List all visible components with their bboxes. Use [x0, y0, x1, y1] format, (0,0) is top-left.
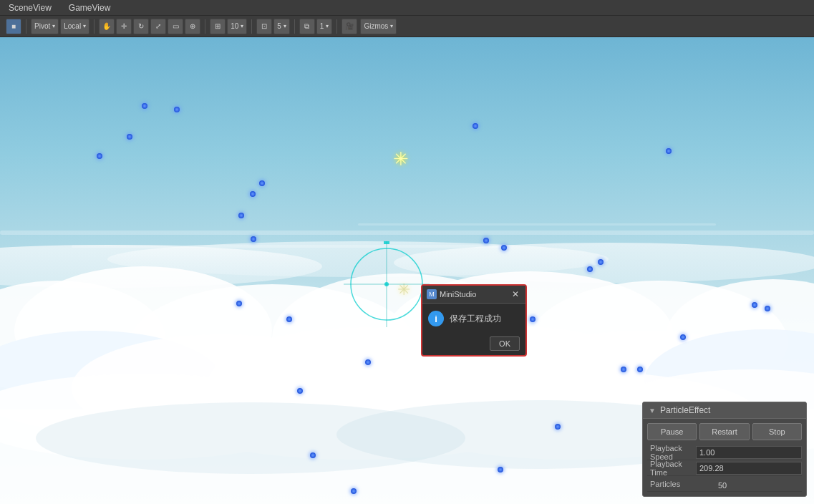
particle-dot: [473, 123, 478, 129]
depth-btn[interactable]: ⧉: [299, 19, 315, 34]
particle-dot: [238, 213, 244, 218]
particle-dot: [365, 359, 371, 365]
svg-point-30: [384, 282, 389, 286]
modal-footer: OK: [422, 334, 525, 355]
pivot-chevron: ▾: [52, 23, 55, 29]
particle-dot: [297, 388, 303, 394]
particle-dot: [174, 107, 180, 112]
separator-1: [26, 19, 26, 34]
particle-dot: [498, 467, 503, 472]
local-dropdown[interactable]: Local ▾: [60, 19, 89, 34]
particle-dot: [236, 301, 242, 306]
svg-point-3: [394, 243, 814, 283]
menu-sceneview[interactable]: SceneView: [6, 1, 54, 14]
modal-title-left: M MiniStudio: [427, 289, 476, 299]
depth-value-dropdown[interactable]: 1 ▾: [316, 19, 333, 34]
particle-dot: [666, 148, 672, 154]
separator-3: [205, 19, 205, 34]
particles-label: Particles: [647, 480, 715, 488]
particle-dot: [251, 236, 256, 242]
scale-value-dropdown[interactable]: 5 ▾: [273, 19, 290, 34]
modal-message: 保存工程成功: [450, 313, 501, 325]
particle-dot: [310, 452, 316, 458]
svg-rect-26: [358, 223, 716, 226]
modal-app-icon: M: [427, 289, 437, 299]
grid-btn[interactable]: ⊞: [210, 19, 226, 34]
particle-dot: [530, 316, 536, 322]
modal-dialog: M MiniStudio ✕ i 保存工程成功 OK: [421, 284, 527, 357]
separator-2: [94, 19, 95, 34]
modal-close-btn[interactable]: ✕: [510, 289, 521, 300]
scale-value: 5: [277, 22, 281, 30]
hand-tool-btn[interactable]: ✋: [99, 19, 115, 34]
scale-tool-btn[interactable]: ⤢: [150, 19, 166, 34]
particle-dot: [587, 266, 593, 272]
particle-dot: [483, 238, 489, 243]
transform-tool-btn[interactable]: ⊕: [185, 19, 200, 34]
rotate-tool-btn[interactable]: ↻: [133, 19, 149, 34]
depth-value: 1: [320, 22, 324, 30]
particle-dot: [142, 103, 147, 109]
particle-dot: [351, 488, 357, 494]
move-tool-btn[interactable]: ✛: [116, 19, 132, 34]
modal-title-bar: M MiniStudio ✕: [422, 286, 525, 304]
scale-chevron: ▾: [284, 23, 286, 29]
particle-dot: [637, 367, 643, 372]
camera-btn[interactable]: 🎥: [341, 19, 357, 34]
separator-5: [294, 19, 295, 34]
local-chevron: ▾: [83, 23, 86, 29]
modal-icon-label: M: [429, 291, 435, 298]
modal-title-text: MiniStudio: [440, 290, 476, 299]
pause-btn[interactable]: Pause: [647, 423, 697, 440]
particle-dot: [97, 153, 102, 159]
particle-dot: [621, 367, 626, 372]
particles-row: Particles 50: [647, 476, 802, 492]
particle-dot: [598, 259, 604, 265]
particle-properties: Playback Speed Playback Time Particles 5…: [643, 445, 806, 496]
separator-4: [251, 19, 252, 34]
stop-btn[interactable]: Stop: [752, 423, 802, 440]
select-tool-btn[interactable]: ■: [6, 19, 21, 34]
ok-button[interactable]: OK: [490, 336, 520, 351]
menu-bar: SceneView GameView: [0, 0, 814, 16]
playback-speed-input[interactable]: [696, 446, 802, 459]
particle-dot: [127, 134, 132, 140]
grid-value-dropdown[interactable]: 10 ▾: [227, 19, 247, 34]
pivot-dropdown[interactable]: Pivot ▾: [31, 19, 59, 34]
gizmos-dropdown[interactable]: Gizmos ▾: [360, 19, 397, 34]
grid-value: 10: [231, 22, 238, 30]
particle-dot: [765, 306, 770, 311]
playback-speed-row: Playback Speed: [647, 445, 802, 460]
particle-effect-panel: ▼ ParticleEffect Pause Restart Stop Play…: [642, 402, 807, 497]
playback-time-label: Playback Time: [647, 460, 696, 477]
grid-chevron: ▾: [241, 23, 243, 29]
sun-gizmo: ✳: [390, 148, 412, 170]
particle-dot: [250, 191, 256, 197]
playback-time-row: Playback Time: [647, 460, 802, 476]
modal-body: i 保存工程成功: [422, 304, 525, 334]
transform-gizmo: [344, 241, 430, 327]
svg-rect-31: [384, 241, 389, 244]
restart-btn[interactable]: Restart: [699, 423, 749, 440]
particle-dot: [286, 316, 292, 322]
toolbar: ■ Pivot ▾ Local ▾ ✋ ✛ ↻ ⤢ ▭ ⊕ ⊞ 10 ▾ ⊡ 5: [0, 16, 814, 37]
pivot-label: Pivot: [34, 22, 50, 30]
particles-value: 50: [715, 478, 802, 490]
svg-rect-25: [72, 245, 501, 248]
gizmos-label: Gizmos: [364, 22, 388, 30]
particle-panel-header: ▼ ParticleEffect: [643, 402, 806, 419]
particle-dot: [752, 302, 757, 308]
info-icon: i: [428, 311, 444, 326]
playback-time-input[interactable]: [696, 462, 802, 475]
playback-speed-label: Playback Speed: [647, 444, 696, 461]
particle-dot: [680, 334, 686, 340]
rect-tool-btn[interactable]: ▭: [168, 19, 183, 34]
scale-btn[interactable]: ⊡: [256, 19, 272, 34]
particle-dot: [555, 424, 561, 430]
svg-rect-24: [0, 231, 814, 235]
gizmos-chevron: ▾: [390, 23, 393, 29]
panel-collapse-arrow[interactable]: ▼: [649, 407, 656, 415]
particle-dot: [259, 180, 265, 186]
scene-viewport[interactable]: ✳ ✳ ▼ ParticleEffect Pause Restart Stop: [0, 37, 814, 504]
menu-gameview[interactable]: GameView: [66, 1, 113, 14]
